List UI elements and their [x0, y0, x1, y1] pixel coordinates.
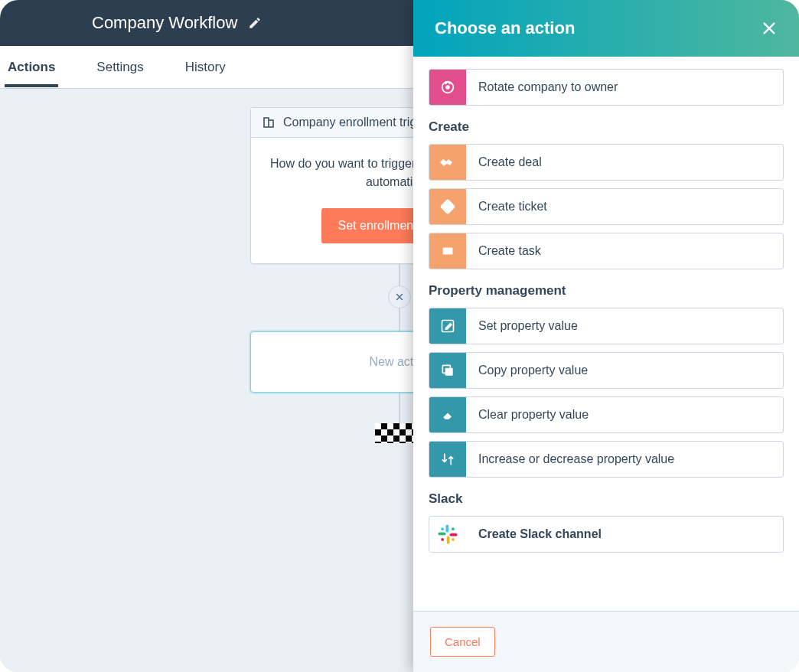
action-rotate-company[interactable]: Rotate company to owner [429, 69, 784, 106]
app-window: Company Workflow Actions Settings Histor… [0, 0, 799, 672]
svg-point-18 [452, 538, 455, 541]
action-create-ticket[interactable]: Create ticket [429, 188, 784, 225]
svg-rect-12 [446, 525, 449, 533]
copy-icon [429, 353, 466, 388]
tab-settings[interactable]: Settings [93, 47, 146, 87]
section-property-label: Property management [429, 283, 784, 298]
panel-footer: Cancel [413, 611, 799, 672]
choose-action-panel: Choose an action Rotate company to owner… [413, 0, 799, 672]
panel-body: Rotate company to owner Create Create de… [413, 57, 799, 611]
ticket-icon [429, 189, 466, 224]
svg-rect-13 [439, 533, 446, 536]
section-create-label: Create [429, 119, 784, 135]
connector-line [399, 308, 400, 331]
workflow-title: Company Workflow [92, 13, 237, 33]
action-set-property[interactable]: Set property value [429, 308, 784, 344]
panel-header: Choose an action [413, 0, 799, 57]
edit-square-icon [429, 308, 466, 344]
action-label: Create deal [466, 145, 783, 180]
panel-title: Choose an action [435, 18, 575, 38]
close-panel-button[interactable] [761, 20, 778, 37]
svg-rect-15 [450, 533, 458, 537]
svg-rect-14 [447, 537, 450, 544]
tab-history[interactable]: History [182, 47, 229, 87]
action-copy-property[interactable]: Copy property value [429, 352, 784, 389]
eraser-icon [429, 397, 466, 432]
close-icon [395, 292, 404, 302]
rotate-icon [429, 70, 466, 105]
action-label: Increase or decrease property value [466, 442, 783, 477]
svg-point-16 [441, 527, 444, 530]
action-create-slack-channel[interactable]: Create Slack channel [429, 516, 784, 553]
svg-point-17 [452, 527, 455, 530]
action-create-deal[interactable]: Create deal [429, 144, 784, 181]
action-label: Create task [466, 233, 783, 269]
task-icon [429, 233, 466, 269]
action-label: Set property value [466, 308, 783, 344]
section-slack-label: Slack [429, 491, 784, 507]
swap-icon [429, 442, 466, 477]
slack-icon [429, 517, 466, 552]
handshake-icon [429, 145, 466, 180]
company-icon [262, 116, 276, 129]
action-label: Copy property value [466, 353, 783, 388]
connector-line [399, 264, 400, 285]
enrollment-trigger-title: Company enrollment trigger [283, 116, 434, 129]
action-create-task[interactable]: Create task [429, 233, 784, 269]
cancel-button[interactable]: Cancel [430, 627, 495, 657]
connector-line [399, 393, 400, 423]
edit-title-icon[interactable] [248, 16, 262, 30]
svg-point-19 [441, 538, 444, 541]
remove-step-button[interactable] [388, 285, 411, 308]
svg-rect-10 [445, 368, 453, 376]
action-label: Create ticket [466, 189, 783, 224]
action-label: Rotate company to owner [466, 70, 783, 105]
action-increase-decrease-property[interactable]: Increase or decrease property value [429, 441, 784, 478]
action-clear-property[interactable]: Clear property value [429, 396, 784, 433]
svg-point-5 [446, 86, 449, 89]
svg-rect-6 [440, 199, 456, 215]
action-label: Create Slack channel [466, 517, 783, 552]
svg-rect-7 [442, 247, 454, 256]
tab-actions[interactable]: Actions [5, 47, 58, 87]
action-label: Clear property value [466, 397, 783, 432]
